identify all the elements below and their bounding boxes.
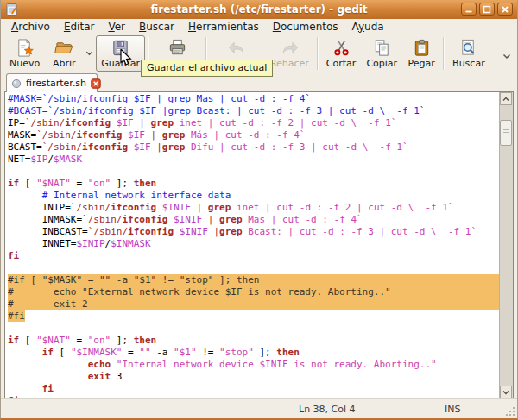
code-line: echo "Internal network device $INIF is n… [8, 359, 499, 371]
menu-archivo[interactable]: Archivo [4, 20, 57, 34]
code-line: NET=$IP/$MASK [8, 154, 499, 166]
undo-icon [227, 38, 247, 58]
code-line [8, 262, 499, 274]
print-icon [167, 38, 187, 58]
menu-ver[interactable]: Ver [101, 20, 132, 34]
tab-firestarter[interactable]: firestarter.sh [6, 73, 98, 92]
code-line: # echo "External network device $IF is n… [8, 286, 499, 298]
code-line: fi [8, 383, 499, 395]
code-line [8, 166, 499, 178]
scroll-down-button[interactable] [500, 386, 512, 398]
minimize-button[interactable] [461, 3, 477, 16]
titlebar[interactable]: firestarter.sh (/etc/firestarter) - gedi… [1, 0, 517, 19]
toolbar-button-label: Rehacer [270, 58, 309, 69]
gedit-window: firestarter.sh (/etc/firestarter) - gedi… [0, 0, 518, 420]
close-button[interactable] [497, 3, 513, 16]
code-line: INMASK=`/sbin/ifconfig $INIF | grep Mas … [8, 214, 499, 226]
toolbar-button-label: Abrir [53, 58, 76, 69]
code-area[interactable]: #MASK=`/sbin/ifconfig $IF | grep Mas | c… [5, 92, 499, 398]
code-line: MASK=`/sbin/ifconfig $IF | grep Más | cu… [8, 129, 499, 141]
toolbar-pegar-button[interactable]: Pegar [402, 35, 440, 72]
code-line: if [ "$NAT" = "on" ]; then [8, 335, 499, 347]
mouse-cursor [119, 49, 133, 70]
scroll-up-button[interactable] [500, 92, 512, 105]
copy-icon [372, 38, 392, 58]
scrollbar-thumb[interactable] [500, 120, 512, 146]
redo-icon [280, 38, 300, 58]
toolbar-cortar-button[interactable]: Cortar [321, 35, 362, 72]
code-line: INIP=`/sbin/ifconfig $INIF | grep inet |… [8, 202, 499, 214]
cut-icon [332, 38, 351, 58]
chevron-down-icon [502, 48, 512, 65]
document-icon [11, 78, 22, 89]
editor-frame: #MASK=`/sbin/ifconfig $IF | grep Mas | c… [4, 91, 514, 399]
toolbar-abrir-button[interactable]: Abrir [45, 35, 83, 72]
window-title: firestarter.sh (/etc/firestarter) - gedi… [1, 3, 517, 16]
toolbar-button-label: Cortar [326, 58, 357, 69]
toolbar-overflow[interactable] [502, 48, 512, 65]
toolbar-buscar-button[interactable]: Buscar [447, 35, 490, 72]
menu-editar[interactable]: Editar [57, 20, 102, 34]
code-line: # exit 2 [8, 298, 499, 310]
code-line: BCAST=`/sbin/ifconfig $IF |grep Difu | c… [8, 141, 499, 154]
chevron-down-icon [85, 45, 94, 61]
resize-grip[interactable] [505, 406, 515, 417]
paste-icon [412, 38, 432, 58]
code-line: # Internal network interface data [8, 190, 499, 202]
menubar: ArchivoEditarVerBuscarHerramientasDocume… [1, 19, 517, 34]
code-line: if [ "$INMASK" = "" -a "$1" != "stop" ];… [8, 347, 499, 359]
toolbar-button-label: Nuevo [9, 58, 40, 69]
new-document-icon [15, 38, 35, 58]
code-line: INNET=$INIP/$INMASK [8, 238, 499, 250]
toolbar-button-label: Buscar [452, 58, 485, 69]
code-line: IP=`/sbin/ifconfig $IF | grep inet | cut… [8, 117, 499, 129]
open-folder-icon [54, 38, 74, 58]
window-controls [461, 3, 513, 16]
toolbar-separator [443, 37, 445, 70]
statusbar: Ln 38, Col 4 INS [1, 398, 517, 418]
menu-ayuda[interactable]: Ayuda [345, 20, 391, 34]
toolbar-copiar-button[interactable]: Copiar [361, 35, 402, 72]
maximize-button[interactable] [479, 3, 495, 16]
code-line: INBCAST=`/sbin/ifconfig $INIF |grep Bcas… [8, 226, 499, 238]
code-line [8, 323, 499, 335]
insert-mode-indicator: INS [445, 404, 460, 415]
open-recent-dropdown[interactable] [83, 35, 96, 72]
code-line: #if [ "$MASK" = "" -a "$1" != "stop" ]; … [8, 274, 499, 286]
vertical-scrollbar[interactable] [499, 92, 513, 398]
tab-close-button[interactable] [91, 78, 101, 89]
menu-documentos[interactable]: Documentos [266, 20, 345, 34]
code-line: fi [8, 250, 499, 262]
cursor-position: Ln 38, Col 4 [299, 404, 356, 415]
code-line: #BCAST=`/sbin/ifconfig $IF |grep Bcast: … [8, 105, 499, 117]
toolbar-button-label: Copiar [366, 58, 397, 69]
search-icon [458, 38, 478, 58]
tooltip: Guardar el archivo actual [141, 60, 273, 77]
menu-buscar[interactable]: Buscar [132, 20, 181, 34]
menu-herramientas[interactable]: Herramientas [181, 20, 266, 34]
code-line: if [ "$NAT" = "on" ]; then [8, 178, 499, 190]
toolbar-nuevo-button[interactable]: Nuevo [4, 35, 45, 72]
code-line: #fi [8, 310, 499, 323]
code-line: exit 3 [8, 371, 499, 383]
tab-label: firestarter.sh [26, 78, 86, 89]
toolbar-separator [317, 37, 319, 70]
code-line: #MASK=`/sbin/ifconfig $IF | grep Mas | c… [8, 93, 499, 105]
toolbar-button-label: Pegar [407, 58, 434, 69]
